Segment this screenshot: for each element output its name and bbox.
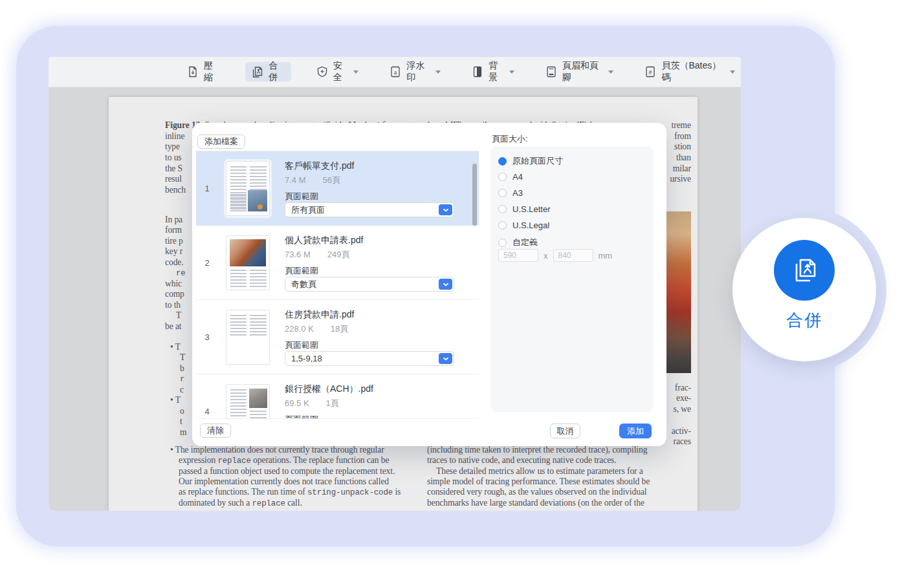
toolbar-item-merge[interactable]: 合併 [245,62,291,81]
file-index: 4 [201,407,213,416]
option-label: U.S.Letter [512,204,551,214]
file-pages: 249頁 [327,250,350,259]
merge-dialog: 添加檔案 1 客戶帳單支付.pdf 7.4 M56頁 頁面範圍 所有頁面 [192,123,666,446]
cancel-button[interactable]: 取消 [550,424,580,438]
page-range-label: 頁面範圍 [285,414,318,419]
column-text-fragment: key r [165,246,182,257]
file-thumbnail [226,384,270,419]
page-size-option-custom[interactable]: 自定義 [498,237,538,248]
file-pages: 18頁 [331,324,348,334]
top-toolbar: 壓縮 合併 [49,57,741,87]
file-meta: 69.5 K1頁 [285,398,356,409]
body-text-line: (including time taken to interpret the r… [427,445,647,455]
page-range-select[interactable]: 所有頁面 [285,202,454,217]
toolbar-item-compress[interactable]: 壓縮 [181,62,226,81]
page-size-option-a4[interactable]: A4 [498,172,523,182]
column-text-fragment: form [165,225,182,235]
unit-label: mm [599,251,613,261]
radio-icon [498,205,507,213]
chevron-down-icon [353,70,358,74]
file-meta: 228.0 K18頁 [285,323,365,335]
figure-caption-fragment: from [674,131,691,142]
page-range-value: 奇數頁 [291,279,316,290]
toolbar-item-security[interactable]: 安全 [311,62,365,81]
merge-icon [789,255,820,286]
custom-size-row: x mm [498,249,612,262]
file-row[interactable]: 3 住房貸款申請.pdf 228.0 K18頁 頁面範圍 1,5-9,18 [196,300,479,374]
page-range-select[interactable]: 1,5-9,18 [285,351,454,366]
list-scrollbar-thumb[interactable] [472,164,477,226]
body-text-line: traces to native code, and executing nat… [427,455,617,466]
file-row[interactable]: 4 銀行授權（ACH）.pdf 69.5 K1頁 頁面範圍 [196,374,479,419]
figure-caption-fragment: to us [165,153,182,163]
custom-height-input[interactable] [553,249,593,262]
add-files-button[interactable]: 添加檔案 [197,134,245,149]
toolbar-item-label: 合併 [269,60,285,83]
body-text-line: • The implementation does not currently … [170,445,384,455]
page-size-label: 頁面大小: [492,133,528,145]
option-label: 自定義 [512,237,538,248]
select-chevron-icon[interactable] [439,353,452,364]
option-label: A4 [512,172,523,182]
times-label: x [544,251,548,261]
column-text-fragment: to th [165,300,181,310]
svg-text:a: a [394,69,397,76]
figure-caption-fragment: resul [165,174,182,184]
file-thumbnail [226,235,270,290]
select-chevron-icon[interactable] [439,204,452,215]
body-text-line: passed a function object used to compute… [179,466,395,477]
body-text-line: expression replace operations. The repla… [179,455,389,466]
column-text-fragment: s, we [674,404,691,414]
column-text-fragment: races [674,436,691,447]
file-meta: 73.6 M249頁 [285,249,366,261]
page-range-label: 頁面範圍 [285,265,318,277]
toolbar-item-header-footer[interactable]: 頁眉和頁腳 [540,62,620,81]
page-size-option-original[interactable]: 原始頁面尺寸 [498,155,563,167]
compress-icon [187,66,199,78]
page-size-option-uslegal[interactable]: U.S.Legal [498,220,549,230]
column-text-fragment: m [180,427,186,438]
chevron-down-icon [435,70,441,74]
body-text-line: considered very rough, as the values obs… [427,487,647,497]
select-chevron-icon[interactable] [439,279,452,290]
column-text-fragment: t [180,416,182,427]
page-range-select[interactable]: 奇數頁 [285,277,454,292]
file-row[interactable]: 2 個人貸款申請表.pdf 73.6 M249頁 頁面範圍 奇數頁 [196,226,479,300]
bates-number-icon: # [644,66,656,78]
file-row[interactable]: 1 客戶帳單支付.pdf 7.4 M56頁 頁面範圍 所有頁面 [196,151,479,226]
confirm-add-button[interactable]: 添加 [619,424,652,438]
body-text-line: Our implementation currently does not tr… [179,477,389,487]
figure-caption-fragment: ursive [670,174,691,184]
column-text-fragment: In pa [165,215,182,225]
figure-caption-fragment: type [165,142,180,152]
page-range-value: 所有頁面 [291,204,325,216]
option-label: U.S.Legal [512,220,549,230]
file-thumbnail [226,310,270,365]
page-size-option-a3[interactable]: A3 [498,188,523,198]
body-text-line: These detailed metrics allow us to estim… [436,466,643,477]
clear-button[interactable]: 清除 [200,424,231,438]
toolbar-item-label: 壓縮 [204,60,220,83]
figure-caption-fragment: treme [672,120,691,131]
page: Figure 12. Speedup vs. a baseline interp… [0,0,924,569]
header-footer-icon [545,66,557,78]
figure-caption-fragment: inline [165,131,184,142]
figure-caption-fragment: stion [674,142,691,152]
merge-badge-label: 合併 [786,309,822,332]
file-index: 2 [201,258,213,268]
merge-feature-badge[interactable]: 合併 [732,218,876,361]
chevron-down-icon [608,70,613,74]
column-text-fragment: code. [165,257,184,268]
toolbar-item-watermark[interactable]: a 浮水印 [384,62,446,81]
file-pages: 1頁 [326,398,339,408]
toolbar-item-label: 背景 [489,60,505,83]
page-size-option-usletter[interactable]: U.S.Letter [498,204,551,214]
toolbar-item-bates[interactable]: # 貝茨（Bates）碼 [639,62,741,81]
figure-caption-fragment: the S [165,164,182,174]
file-pages: 56頁 [323,175,340,185]
toolbar-item-background[interactable]: 背景 [466,62,520,81]
file-meta: 7.4 M56頁 [285,175,357,186]
column-text-fragment: c [180,385,184,395]
column-text-fragment: T [180,352,185,363]
custom-width-input[interactable] [498,249,538,262]
